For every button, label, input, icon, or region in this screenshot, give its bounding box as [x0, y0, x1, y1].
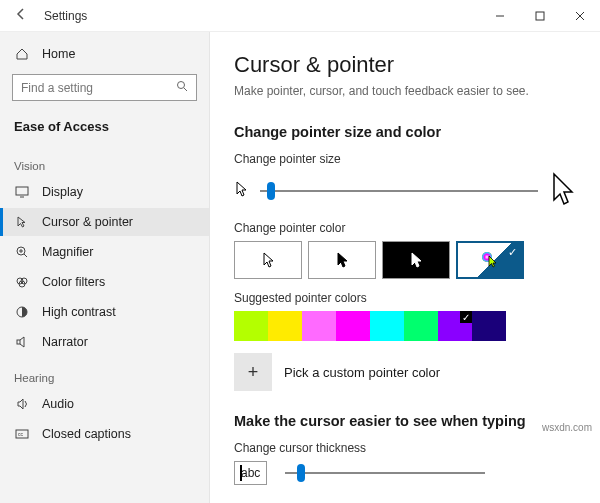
titlebar: Settings [0, 0, 600, 32]
label-suggested-colors: Suggested pointer colors [234, 291, 576, 305]
cursor-icon [14, 215, 30, 229]
label-pointer-color: Change pointer color [234, 221, 576, 235]
sidebar-item-magnifier[interactable]: Magnifier [0, 238, 209, 266]
sidebar-item-home[interactable]: Home [0, 40, 209, 68]
narrator-icon [14, 335, 30, 349]
sidebar-item-label: Magnifier [42, 245, 93, 259]
pick-custom-color-label: Pick a custom pointer color [284, 365, 440, 380]
label-cursor-thickness: Change cursor thickness [234, 441, 576, 455]
swatch-3[interactable] [336, 311, 370, 341]
sidebar-item-label: Closed captions [42, 427, 131, 441]
sidebar-item-label: Audio [42, 397, 74, 411]
svg-point-2 [178, 82, 185, 89]
page-title: Cursor & pointer [234, 52, 576, 78]
display-icon [14, 185, 30, 199]
cursor-thickness-slider[interactable] [285, 472, 485, 474]
page-subtitle: Make pointer, cursor, and touch feedback… [234, 84, 576, 98]
svg-rect-4 [16, 187, 28, 195]
section-hearing: Hearing [0, 358, 209, 388]
sidebar-item-high-contrast[interactable]: High contrast [0, 298, 209, 326]
app-title: Settings [44, 9, 87, 23]
sidebar-item-label: Cursor & pointer [42, 215, 133, 229]
sidebar: Home Find a setting Ease of Access Visio… [0, 32, 210, 503]
cursor-thickness-preview: abc [234, 461, 267, 485]
swatch-2[interactable] [302, 311, 336, 341]
section-cursor-visibility: Make the cursor easier to see when typin… [234, 413, 576, 429]
suggested-colors [234, 311, 576, 341]
pointer-color-inverted[interactable] [382, 241, 450, 279]
sidebar-item-audio[interactable]: Audio [0, 390, 209, 418]
check-icon: ✓ [508, 246, 517, 259]
label-pointer-size: Change pointer size [234, 152, 576, 166]
pointer-size-slider[interactable] [260, 190, 538, 192]
magnifier-icon [14, 245, 30, 259]
sidebar-item-closed-captions[interactable]: cc Closed captions [0, 420, 209, 448]
sidebar-item-narrator[interactable]: Narrator [0, 328, 209, 356]
section-pointer-size-color: Change pointer size and color [234, 124, 576, 140]
minimize-button[interactable] [480, 0, 520, 32]
sidebar-item-display[interactable]: Display [0, 178, 209, 206]
audio-icon [14, 397, 30, 411]
sidebar-item-label: Display [42, 185, 83, 199]
swatch-1[interactable] [268, 311, 302, 341]
swatch-0[interactable] [234, 311, 268, 341]
main-content: Cursor & pointer Make pointer, cursor, a… [210, 32, 600, 503]
home-icon [14, 47, 30, 61]
pick-custom-color-button[interactable]: + [234, 353, 272, 391]
watermark: wsxdn.com [542, 422, 592, 433]
pointer-color-white[interactable] [234, 241, 302, 279]
high-contrast-icon [14, 305, 30, 319]
pointer-color-custom[interactable]: ✓ [456, 241, 524, 279]
sidebar-category: Ease of Access [0, 113, 209, 144]
maximize-button[interactable] [520, 0, 560, 32]
color-filters-icon [14, 275, 30, 289]
search-input[interactable]: Find a setting [12, 74, 197, 101]
sidebar-item-label: Color filters [42, 275, 105, 289]
sidebar-item-label: Narrator [42, 335, 88, 349]
sidebar-item-label: Home [42, 47, 75, 61]
sidebar-item-color-filters[interactable]: Color filters [0, 268, 209, 296]
swatch-4[interactable] [370, 311, 404, 341]
pointer-large-icon [550, 172, 576, 209]
pointer-small-icon [234, 180, 248, 201]
svg-text:cc: cc [18, 431, 24, 437]
back-button[interactable] [8, 3, 34, 28]
section-vision: Vision [0, 146, 209, 176]
svg-line-3 [184, 88, 187, 91]
search-icon [176, 80, 188, 95]
svg-line-7 [24, 254, 27, 257]
window-controls [480, 0, 600, 32]
swatch-7[interactable] [472, 311, 506, 341]
swatch-6[interactable] [438, 311, 472, 341]
swatch-5[interactable] [404, 311, 438, 341]
search-placeholder: Find a setting [21, 81, 176, 95]
svg-rect-14 [17, 340, 20, 344]
closed-captions-icon: cc [14, 427, 30, 441]
sidebar-item-label: High contrast [42, 305, 116, 319]
close-button[interactable] [560, 0, 600, 32]
svg-rect-1 [536, 12, 544, 20]
pointer-color-black[interactable] [308, 241, 376, 279]
sidebar-item-cursor-pointer[interactable]: Cursor & pointer [0, 208, 209, 236]
plus-icon: + [248, 362, 259, 383]
